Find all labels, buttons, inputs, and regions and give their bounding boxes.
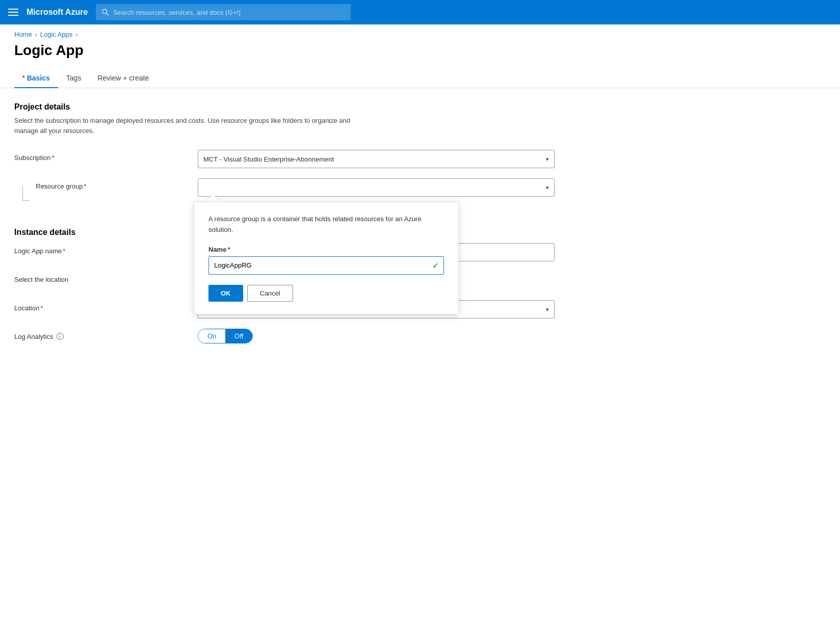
location-required: * [40, 304, 43, 312]
main-content: Project details Select the subscription … [0, 102, 840, 347]
popup-ok-button[interactable]: OK [208, 285, 243, 302]
subscription-label: Subscription * [14, 150, 198, 162]
basics-star: * [22, 74, 25, 82]
subscription-control: MCT - Visual Studio Enterprise-Abonnemen… [198, 150, 555, 168]
popup-name-input[interactable] [208, 256, 444, 275]
tab-basics[interactable]: * Basics [14, 69, 58, 88]
search-bar[interactable] [96, 4, 351, 20]
log-analytics-row: Log Analytics i On Off [14, 329, 826, 347]
create-new-popup: A resource group is a container that hol… [194, 194, 459, 314]
location-chevron: ▾ [546, 306, 549, 313]
project-details-title: Project details [14, 102, 826, 112]
app-title: Microsoft Azure [27, 8, 88, 17]
subscription-value: MCT - Visual Studio Enterprise-Abonnemen… [203, 155, 334, 163]
indent-line [22, 187, 30, 201]
log-analytics-info-icon[interactable]: i [57, 333, 64, 340]
search-icon [102, 9, 109, 16]
tab-review[interactable]: Review + create [89, 69, 157, 88]
log-analytics-control: On Off [198, 329, 555, 343]
tab-tags-label: Tags [66, 74, 82, 82]
check-icon: ✓ [432, 260, 439, 270]
popup-name-required: * [227, 246, 230, 253]
search-input[interactable] [113, 9, 345, 16]
top-nav: Microsoft Azure [0, 0, 840, 24]
subscription-dropdown[interactable]: MCT - Visual Studio Enterprise-Abonnemen… [198, 150, 555, 168]
log-analytics-label: Log Analytics i [14, 329, 198, 340]
select-location-label: Select the location [14, 272, 198, 283]
popup-input-row: ✓ [208, 256, 444, 275]
popup-description: A resource group is a container that hol… [208, 214, 444, 235]
tab-tags[interactable]: Tags [58, 69, 90, 88]
logic-app-name-required: * [63, 247, 65, 255]
popup-arrow [206, 194, 220, 201]
hamburger-menu[interactable] [8, 9, 18, 16]
tab-review-label: Review + create [97, 74, 149, 82]
page-title: Logic App [0, 40, 840, 69]
logic-app-name-label: Logic App name * [14, 243, 198, 255]
popup-cancel-button[interactable]: Cancel [247, 285, 293, 302]
resource-group-label: Resource group [36, 182, 83, 190]
tab-basics-label: Basics [27, 74, 50, 82]
log-analytics-off[interactable]: Off [225, 329, 252, 343]
popup-name-label: Name * [208, 246, 444, 253]
breadcrumb-sep-1: › [35, 31, 37, 38]
breadcrumb: Home › Logic Apps › [0, 24, 840, 40]
breadcrumb-logic-apps[interactable]: Logic Apps [40, 31, 73, 38]
resource-group-label-container: Resource group * [14, 178, 198, 201]
subscription-row: Subscription * MCT - Visual Studio Enter… [14, 150, 826, 168]
breadcrumb-sep-2: › [75, 31, 77, 38]
popup-box: A resource group is a container that hol… [194, 201, 459, 314]
subscription-required: * [52, 154, 55, 162]
svg-line-1 [107, 13, 109, 15]
indent-connector [14, 182, 35, 201]
popup-buttons: OK Cancel [208, 285, 444, 302]
log-analytics-on[interactable]: On [198, 329, 225, 343]
breadcrumb-home[interactable]: Home [14, 31, 32, 38]
resource-group-required: * [84, 182, 87, 190]
project-details-desc: Select the subscription to manage deploy… [14, 116, 371, 136]
resource-group-chevron: ▾ [546, 184, 549, 191]
subscription-chevron: ▾ [546, 156, 549, 163]
location-label: Location * [14, 300, 198, 312]
log-analytics-toggle[interactable]: On Off [198, 329, 253, 343]
tab-bar: * Basics Tags Review + create [0, 69, 840, 88]
